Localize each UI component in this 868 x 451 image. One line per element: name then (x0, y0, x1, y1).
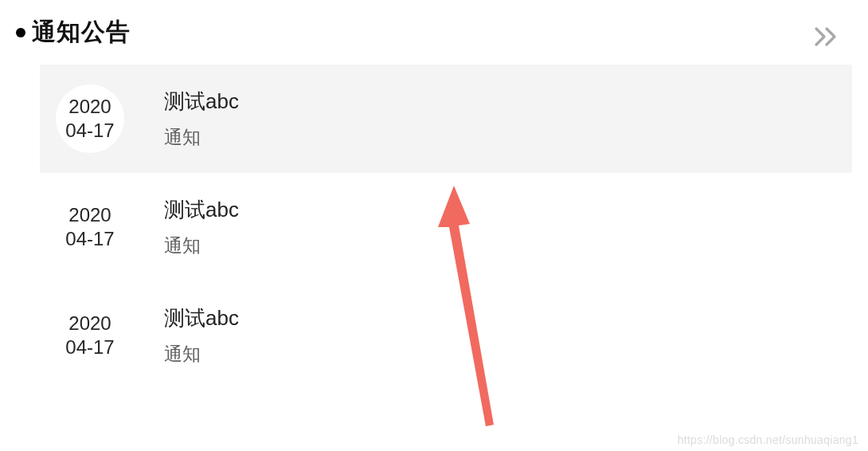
item-title: 测试abc (164, 88, 239, 116)
date-badge: 2020 04-17 (56, 301, 124, 370)
watermark-text: https://blog.csdn.net/sunhuaqiang1 (678, 433, 858, 446)
list-item[interactable]: 2020 04-17 测试abc 通知 (40, 65, 852, 173)
item-category: 通知 (164, 125, 239, 150)
date-year: 2020 (68, 312, 111, 335)
item-category: 通知 (164, 342, 239, 367)
date-badge: 2020 04-17 (56, 193, 124, 261)
item-body: 测试abc 通知 (164, 196, 239, 258)
section-header: 通知公告 (0, 0, 868, 57)
section-title: 通知公告 (32, 16, 131, 49)
announcement-list: 2020 04-17 测试abc 通知 2020 04-17 测试abc 通知 … (0, 65, 868, 390)
date-month-day: 04-17 (65, 119, 114, 143)
item-category: 通知 (164, 233, 239, 258)
date-month-day: 04-17 (65, 335, 114, 359)
date-badge: 2020 04-17 (56, 84, 124, 153)
item-title: 测试abc (164, 196, 239, 224)
item-body: 测试abc 通知 (164, 304, 239, 367)
item-body: 测试abc 通知 (164, 88, 239, 150)
more-button[interactable] (814, 26, 844, 47)
item-title: 测试abc (164, 304, 239, 332)
title-wrap: 通知公告 (16, 16, 131, 49)
list-item[interactable]: 2020 04-17 测试abc 通知 (40, 281, 852, 390)
date-month-day: 04-17 (65, 227, 114, 251)
date-year: 2020 (68, 95, 111, 119)
double-chevron-right-icon (814, 26, 844, 47)
list-item[interactable]: 2020 04-17 测试abc 通知 (40, 173, 852, 281)
bullet-icon (16, 28, 25, 37)
date-year: 2020 (68, 203, 111, 227)
